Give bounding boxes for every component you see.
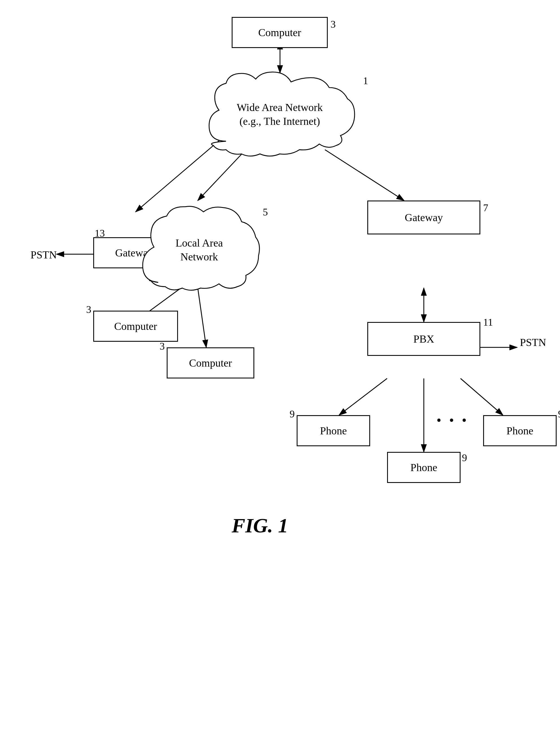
figure-label: FIG. 1	[232, 514, 288, 537]
computer-top-number: 3	[331, 18, 336, 30]
computer-bottom-left-box: Computer	[167, 348, 254, 378]
dots-label: • • •	[437, 412, 469, 428]
phone1-box: Phone	[297, 415, 370, 446]
computer-bottom-left-label: Computer	[189, 357, 232, 369]
gateway-right-box: Gateway	[367, 201, 480, 235]
gateway-right-number: 7	[483, 202, 488, 214]
phone2-number: 9	[558, 408, 560, 420]
gateway-right-label: Gateway	[405, 211, 443, 224]
computer-left-label: Computer	[114, 320, 157, 333]
phone3-box: Phone	[387, 452, 461, 483]
gateway-left-number: 13	[95, 227, 105, 239]
computer-top-label: Computer	[258, 26, 301, 39]
pbx-number: 11	[483, 316, 493, 328]
computer-left-box: Computer	[93, 311, 178, 342]
svg-line-12	[461, 378, 503, 415]
wan-label: Wide Area Network(e.g., The Internet)	[237, 101, 323, 129]
computer-bottom-left-number: 3	[160, 340, 165, 352]
pstn-right-label: PSTN	[520, 336, 546, 349]
pbx-box: PBX	[367, 322, 480, 356]
phone1-label: Phone	[320, 424, 347, 437]
phone2-label: Phone	[507, 424, 533, 437]
phone2-box: Phone	[483, 415, 557, 446]
lan-cloud: Local AreaNetwork	[136, 203, 263, 297]
pbx-label: PBX	[413, 333, 434, 345]
phone3-label: Phone	[411, 461, 437, 474]
pstn-left-label: PSTN	[31, 249, 57, 261]
phone3-number: 9	[462, 452, 467, 464]
svg-line-8	[198, 288, 206, 348]
diagram: Computer 3 Wide Area Network(e.g., The I…	[0, 0, 560, 736]
lan-number: 5	[263, 206, 268, 218]
computer-left-number: 3	[86, 304, 91, 316]
computer-top-box: Computer	[232, 17, 328, 48]
wan-number: 1	[363, 75, 368, 87]
wan-cloud: Wide Area Network(e.g., The Internet)	[198, 71, 362, 158]
phone1-number: 9	[290, 408, 295, 420]
svg-line-11	[339, 378, 387, 415]
lan-label: Local AreaNetwork	[175, 236, 223, 264]
